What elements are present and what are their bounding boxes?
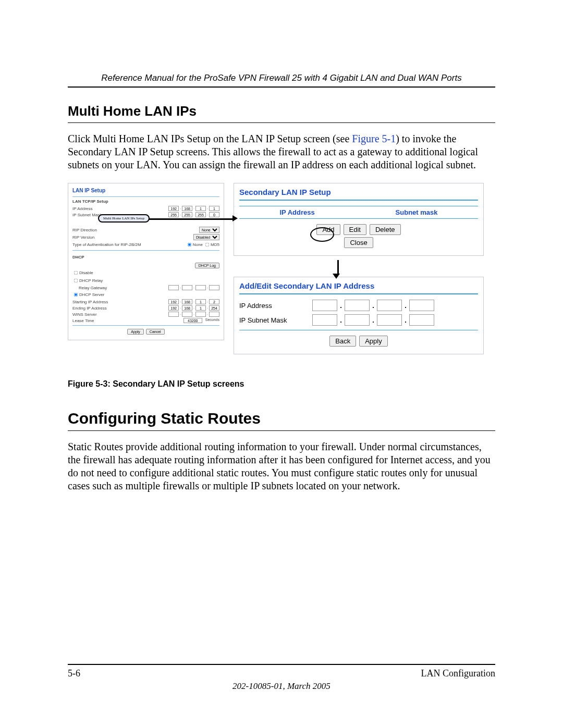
dhcp-server-radio[interactable] [74,293,78,297]
down-arrow-icon [336,260,340,279]
add-edit-secondary-panel: Add/Edit Secondary LAN IP Address IP Add… [234,277,484,354]
secondary-panel-title: Secondary LAN IP Setup [239,188,478,196]
body-text-a: Click Multi Home LAN IPs Setup on the LA… [68,133,352,144]
section-static-routes-title: Configuring Static Routes [68,410,495,427]
col-ip-address: IP Address [279,208,314,216]
add-button[interactable]: Add [316,224,340,235]
rip-version-select[interactable]: Disabled [193,234,219,240]
wins-field[interactable]: ... [168,312,219,317]
addedit-ip-label: IP Address [239,302,312,310]
delete-button[interactable]: Delete [370,224,401,235]
apply-button[interactable]: Apply [127,329,144,335]
cancel-button[interactable]: Cancel [146,329,165,335]
sn-oct-2[interactable] [182,212,192,217]
addedit-title: Add/Edit Secondary LAN IP Address [239,281,478,290]
addedit-mask-field[interactable]: ... [312,314,434,326]
edit-button[interactable]: Edit [344,224,366,235]
lan-panel-title: LAN IP Setup [72,188,219,193]
dhcp-relay-radio[interactable] [74,279,78,283]
lan-tcpip-heading: LAN TCP/IP Setup [72,199,219,204]
header-rule [68,87,495,88]
col-subnet-mask: Subnet mask [396,208,438,216]
figure-5-3: Multi Home LAN IPs Setup LAN IP Setup LA… [68,183,495,375]
section-multi-home-title: Multi Home LAN IPs [68,103,495,119]
addedit-ip-field[interactable]: ... [312,300,434,311]
callout-arrow-line [146,218,235,220]
callout-arrow-head-icon [232,215,238,221]
auth-md5-radio[interactable] [205,243,210,247]
relay-gateway-label: Relay Gateway [72,286,168,290]
ip-address-field[interactable]: . . . [168,206,219,211]
doc-header: Reference Manual for the ProSafe VPN Fir… [68,73,495,83]
secondary-screens: Secondary LAN IP Setup IP Address Subnet… [234,183,484,375]
lan-ip-setup-panel: LAN IP Setup LAN TCP/IP Setup IP Address… [68,183,224,340]
ip-oct-4[interactable] [209,206,219,211]
section-multi-home-body: Click Multi Home LAN IPs Setup on the LA… [68,132,495,171]
figure-5-1-xref[interactable]: Figure 5-1 [352,133,396,144]
relay-gateway-field[interactable]: ... [168,285,219,290]
dhcp-disable-radio[interactable] [74,271,78,275]
figure-caption: Figure 5-3: Secondary LAN IP Setup scree… [68,379,495,389]
auth-md5-label: MD5 [211,242,219,247]
auth-none-label: None [193,242,203,247]
back-button[interactable]: Back [329,336,356,347]
chapter-name: LAN Configuration [421,668,495,679]
doc-id: 202-10085-01, March 2005 [68,681,495,692]
rip-direction-select[interactable]: None [199,227,219,233]
ip-address-label: IP Address [72,206,168,211]
auth-none-radio[interactable] [187,243,191,247]
dhcp-log-button[interactable]: DHCP Log [195,263,219,268]
secondary-lan-ip-panel: Secondary LAN IP Setup IP Address Subnet… [234,183,484,256]
page: Reference Manual for the ProSafe VPN Fir… [0,0,563,728]
close-button[interactable]: Close [344,237,373,248]
ip-oct-1[interactable] [168,206,179,211]
end-ip-field[interactable]: . . . [168,305,219,311]
page-footer: 5-6 LAN Configuration 202-10085-01, Marc… [68,660,495,692]
lan-ip-setup-screenshot: Multi Home LAN IPs Setup LAN IP Setup LA… [68,183,224,375]
wins-label: WINS Server [72,312,168,317]
sn-oct-1[interactable] [168,212,179,217]
end-ip-label: Ending IP Address [72,306,168,311]
rip-direction-label: RIP Direction [72,228,199,232]
multi-home-callout: Multi Home LAN IPs Setup [98,214,150,223]
rip-version-label: RIP Version [72,235,193,240]
rip-auth-label: Type of Authentication for RIP-2B/2M [72,242,186,247]
section-rule-2 [68,430,495,431]
secondary-table-header: IP Address Subnet mask [239,206,478,219]
start-ip-field[interactable]: . . . [168,299,219,304]
lease-label: Lease Time [72,318,183,323]
lease-unit: Seconds [205,318,219,323]
ip-oct-2[interactable] [182,206,192,211]
apply-button-2[interactable]: Apply [359,336,388,347]
dhcp-server-option[interactable]: DHCP Server [72,291,104,298]
ip-oct-3[interactable] [195,206,206,211]
section-rule-1 [68,122,495,123]
subnet-field[interactable]: . . . [168,212,219,217]
dhcp-heading: DHCP [72,255,84,260]
dhcp-disable-option[interactable]: Disable [72,269,93,276]
section-static-routes-body: Static Routes provide additional routing… [68,440,495,492]
rip-auth-options: None MD5 [186,241,219,248]
sn-oct-4[interactable] [209,212,219,217]
page-number: 5-6 [68,668,80,679]
sn-oct-3[interactable] [195,212,206,217]
addedit-mask-label: IP Subnet Mask [239,316,312,324]
start-ip-label: Starting IP Address [72,300,168,304]
dhcp-relay-option[interactable]: DHCP Relay [72,277,103,284]
lease-field[interactable]: Seconds [183,318,219,323]
